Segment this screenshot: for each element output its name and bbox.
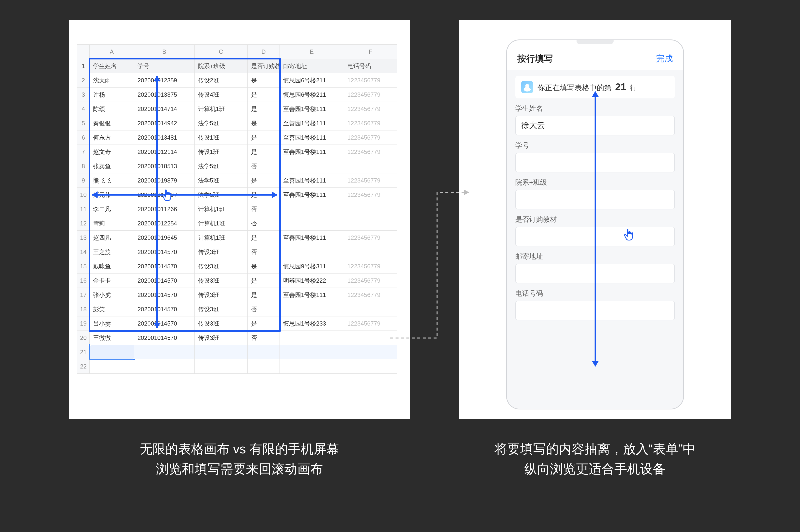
- cell[interactable]: 传设1班: [195, 131, 248, 145]
- done-button[interactable]: 完成: [656, 53, 673, 64]
- row-number[interactable]: 11: [77, 202, 90, 216]
- cell[interactable]: 法学5班: [195, 188, 248, 202]
- header-cell[interactable]: 是否订购教材: [248, 59, 280, 73]
- cell[interactable]: 金卡卡: [90, 273, 134, 288]
- cell[interactable]: 1223456779: [344, 317, 397, 331]
- cell[interactable]: [280, 202, 344, 216]
- cell[interactable]: 法学5班: [195, 159, 248, 173]
- cell[interactable]: [280, 216, 344, 231]
- cell[interactable]: 否: [248, 202, 280, 216]
- cell[interactable]: 慎思园6号楼211: [280, 88, 344, 102]
- cell[interactable]: [344, 359, 397, 374]
- corner-cell[interactable]: [77, 45, 90, 59]
- cell[interactable]: [248, 345, 280, 359]
- cell[interactable]: 1223456779: [344, 102, 397, 116]
- header-cell[interactable]: 邮寄地址: [280, 59, 344, 73]
- cell[interactable]: 202001014942: [134, 116, 195, 131]
- cell[interactable]: [280, 345, 344, 359]
- cell[interactable]: 202001013481: [134, 131, 195, 145]
- cell[interactable]: 否: [248, 302, 280, 317]
- cell[interactable]: 是: [248, 131, 280, 145]
- cell[interactable]: 慎思园9号楼311: [280, 259, 344, 273]
- cell[interactable]: 202001011266: [134, 202, 195, 216]
- cell[interactable]: 熊飞飞: [90, 173, 134, 188]
- cell[interactable]: [280, 245, 344, 259]
- cell[interactable]: 至善园1号楼111: [280, 231, 344, 245]
- cell[interactable]: 202001012359: [134, 73, 195, 88]
- cell[interactable]: 计算机1班: [195, 216, 248, 231]
- cell[interactable]: 传设4班: [195, 88, 248, 102]
- cell[interactable]: 法学5班: [195, 173, 248, 188]
- cell[interactable]: [344, 302, 397, 317]
- cell[interactable]: 202001019645: [134, 231, 195, 245]
- cell[interactable]: 沈天雨: [90, 73, 134, 88]
- row-number[interactable]: 4: [77, 102, 90, 116]
- cell[interactable]: 至善园1号楼111: [280, 288, 344, 302]
- cell[interactable]: 是: [248, 259, 280, 273]
- cell[interactable]: 陈颂: [90, 102, 134, 116]
- cell[interactable]: [280, 302, 344, 317]
- cell[interactable]: [90, 359, 134, 374]
- cell[interactable]: 传设3班: [195, 273, 248, 288]
- cell[interactable]: 雪莉: [90, 216, 134, 231]
- row-number[interactable]: 12: [77, 216, 90, 231]
- row-number[interactable]: 17: [77, 288, 90, 302]
- cell[interactable]: 王之旋: [90, 245, 134, 259]
- cell[interactable]: [344, 345, 397, 359]
- cell[interactable]: [248, 359, 280, 374]
- cell[interactable]: 是: [248, 88, 280, 102]
- cell[interactable]: 1223456779: [344, 188, 397, 202]
- row-number[interactable]: 13: [77, 231, 90, 245]
- cell[interactable]: 1223456779: [344, 173, 397, 188]
- cell[interactable]: 1223456779: [344, 88, 397, 102]
- field-input[interactable]: [515, 301, 675, 320]
- cell[interactable]: 许杨: [90, 88, 134, 102]
- cell[interactable]: [344, 202, 397, 216]
- column-letter-d[interactable]: D: [248, 45, 280, 59]
- cell[interactable]: 戴咏鱼: [90, 259, 134, 273]
- cell[interactable]: 至善园1号楼111: [280, 173, 344, 188]
- row-number[interactable]: 16: [77, 273, 90, 288]
- cell[interactable]: 至善园1号楼111: [280, 102, 344, 116]
- cell[interactable]: 否: [248, 216, 280, 231]
- cell[interactable]: 是: [248, 273, 280, 288]
- column-letter-e[interactable]: E: [280, 45, 344, 59]
- cell[interactable]: 是: [248, 288, 280, 302]
- cell[interactable]: 1223456779: [344, 273, 397, 288]
- spreadsheet[interactable]: ABCDEF 1学生姓名学号院系+班级是否订购教材邮寄地址电话号码2沈天雨202…: [77, 44, 397, 374]
- row-number[interactable]: 15: [77, 259, 90, 273]
- cell[interactable]: 王微微: [90, 331, 134, 345]
- cell[interactable]: 202001014570: [134, 259, 195, 273]
- header-cell[interactable]: 学生姓名: [90, 59, 134, 73]
- cell[interactable]: 张卖鱼: [90, 159, 134, 173]
- cell[interactable]: 传设3班: [195, 288, 248, 302]
- cell[interactable]: 传设3班: [195, 317, 248, 331]
- cell[interactable]: 传设3班: [195, 302, 248, 317]
- row-number[interactable]: 18: [77, 302, 90, 317]
- cell[interactable]: 计算机1班: [195, 102, 248, 116]
- cell[interactable]: [280, 159, 344, 173]
- cell[interactable]: 慎思园6号楼211: [280, 73, 344, 88]
- cell[interactable]: 计算机1班: [195, 202, 248, 216]
- cell[interactable]: 否: [248, 159, 280, 173]
- cell[interactable]: 赵文奇: [90, 145, 134, 159]
- cell[interactable]: 202001014714: [134, 102, 195, 116]
- cell[interactable]: 是: [248, 102, 280, 116]
- cell[interactable]: 202001014570: [134, 245, 195, 259]
- row-number[interactable]: 1: [77, 59, 90, 73]
- cell[interactable]: [344, 159, 397, 173]
- cell[interactable]: 是: [248, 145, 280, 159]
- cell[interactable]: 是: [248, 231, 280, 245]
- cell[interactable]: 传设3班: [195, 259, 248, 273]
- row-number[interactable]: 7: [77, 145, 90, 159]
- cell[interactable]: [344, 245, 397, 259]
- cell[interactable]: 否: [248, 331, 280, 345]
- cell[interactable]: 1223456779: [344, 73, 397, 88]
- header-cell[interactable]: 院系+班级: [195, 59, 248, 73]
- cell[interactable]: 1223456779: [344, 259, 397, 273]
- cell[interactable]: [134, 345, 195, 359]
- field-input[interactable]: [515, 227, 675, 246]
- column-letter-c[interactable]: C: [195, 45, 248, 59]
- cell[interactable]: 明辨园1号楼222: [280, 273, 344, 288]
- cell[interactable]: 是: [248, 116, 280, 131]
